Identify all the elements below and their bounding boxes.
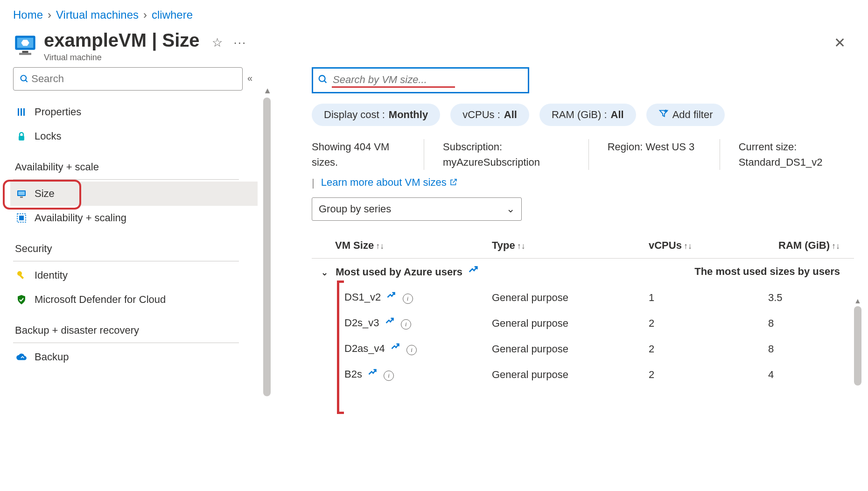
favorite-star-icon[interactable]: ☆: [212, 35, 223, 50]
svg-rect-11: [18, 191, 25, 195]
sidebar: « ▲ Properties Locks Availability + scal…: [0, 67, 274, 484]
trend-up-icon: [391, 342, 400, 353]
vm-vcpus: 2: [645, 362, 764, 387]
add-filter-icon: [658, 108, 669, 121]
pill-value: Monthly: [389, 109, 428, 121]
pill-label: Add filter: [672, 109, 713, 121]
scroll-up-arrow-icon[interactable]: ▲: [263, 86, 272, 96]
sidebar-item-identity[interactable]: Identity: [13, 263, 274, 288]
filter-pill-vcpus[interactable]: vCPUs : All: [450, 104, 529, 126]
shield-icon: [15, 293, 28, 306]
sidebar-item-label: Microsoft Defender for Cloud: [35, 294, 166, 306]
page-header: exampleVM | Size Virtual machine ☆ ··· ✕: [0, 21, 868, 67]
info-icon[interactable]: i: [401, 319, 411, 330]
info-showing: Showing 404 VM sizes.: [312, 139, 424, 170]
filter-pill-ram[interactable]: RAM (GiB) : All: [539, 104, 636, 126]
info-region: Region: West US 3: [589, 139, 720, 170]
info-icon[interactable]: i: [384, 371, 394, 381]
sidebar-item-backup[interactable]: Backup: [13, 345, 274, 369]
info-icon[interactable]: i: [403, 294, 413, 304]
pill-label: vCPUs :: [462, 109, 500, 121]
col-label: VM Size: [335, 239, 374, 251]
learn-more-link[interactable]: Learn more about VM sizes: [321, 176, 458, 189]
table-row[interactable]: B2s i General purpose 2 4: [312, 362, 854, 387]
sidebar-item-locks[interactable]: Locks: [13, 124, 274, 148]
breadcrumb-vm-list[interactable]: Virtual machines: [56, 8, 139, 21]
vm-vcpus: 1: [645, 285, 764, 310]
sidebar-search[interactable]: [13, 67, 243, 91]
table-group-row[interactable]: ⌄ Most used by Azure users The most used…: [312, 259, 854, 285]
vm-type: General purpose: [488, 310, 645, 336]
breadcrumb: Home › Virtual machines › cliwhere: [0, 0, 868, 21]
main-scrollbar-thumb[interactable]: [854, 306, 861, 386]
vm-size-search-input[interactable]: [332, 73, 455, 86]
page-title: exampleVM | Size: [44, 30, 200, 51]
backup-cloud-icon: [15, 351, 28, 364]
group-by-value: Group by series: [319, 203, 391, 215]
sidebar-search-input[interactable]: [30, 72, 238, 85]
trend-up-icon: [368, 367, 377, 379]
svg-rect-6: [18, 108, 19, 116]
vm-size-search[interactable]: [312, 67, 529, 93]
sort-icon: ↑↓: [517, 241, 525, 251]
close-icon[interactable]: ✕: [834, 35, 846, 51]
annotation-bracket: [337, 281, 344, 414]
col-type[interactable]: Type↑↓: [488, 233, 645, 259]
info-icon[interactable]: i: [406, 345, 417, 355]
sidebar-item-size[interactable]: Size: [10, 182, 258, 206]
filter-pill-display-cost[interactable]: Display cost : Monthly: [312, 104, 440, 126]
page-subtitle: Virtual machine: [44, 53, 200, 63]
sidebar-item-label: Backup: [35, 351, 69, 363]
table-row[interactable]: DS1_v2 i General purpose 1 3.5: [312, 285, 854, 310]
breadcrumb-home[interactable]: Home: [13, 8, 43, 21]
vm-size-name: B2s: [344, 368, 362, 380]
search-icon: [318, 74, 328, 87]
group-by-dropdown[interactable]: Group by series ⌄: [312, 197, 522, 221]
add-filter-button[interactable]: Add filter: [646, 104, 725, 126]
col-label: Type: [492, 239, 515, 251]
sidebar-item-label: Identity: [35, 269, 68, 281]
more-options-icon[interactable]: ···: [234, 35, 247, 50]
sort-icon: ↑↓: [832, 241, 840, 251]
sidebar-item-label: Size: [35, 188, 55, 200]
vm-vcpus: 2: [645, 336, 764, 362]
trend-up-icon: [385, 316, 394, 328]
pill-value: All: [611, 109, 624, 121]
pill-value: All: [504, 109, 517, 121]
group-desc: The most used sizes by users: [645, 259, 854, 285]
sidebar-scrollbar-thumb[interactable]: [263, 98, 271, 396]
table-row[interactable]: D2as_v4 i General purpose 2 8: [312, 336, 854, 362]
vm-type: General purpose: [488, 285, 645, 310]
divider-icon: |: [312, 177, 315, 189]
sidebar-item-properties[interactable]: Properties: [13, 100, 274, 124]
vm-size-name: DS1_v2: [344, 291, 381, 303]
col-ram[interactable]: RAM (GiB)↑↓: [764, 233, 854, 259]
chevron-down-icon: ⌄: [321, 268, 328, 277]
svg-rect-2: [22, 51, 28, 53]
sidebar-item-availability-scaling[interactable]: Availability + scaling: [13, 206, 274, 230]
col-vmsize[interactable]: VM Size↑↓: [312, 233, 488, 259]
col-vcpus[interactable]: vCPUs↑↓: [645, 233, 764, 259]
trend-up-icon: [386, 290, 396, 302]
sidebar-group-backup: Backup + disaster recovery: [13, 318, 239, 343]
vm-ram: 3.5: [764, 285, 854, 310]
sidebar-item-label: Availability + scaling: [35, 212, 126, 224]
svg-line-5: [26, 80, 28, 82]
svg-rect-9: [19, 136, 24, 140]
sidebar-item-defender[interactable]: Microsoft Defender for Cloud: [13, 288, 274, 312]
scroll-up-arrow-icon[interactable]: ▲: [854, 297, 861, 305]
col-label: RAM (GiB): [778, 239, 830, 251]
sidebar-group-label: Security: [15, 243, 52, 255]
learn-more-text: Learn more about VM sizes: [321, 176, 447, 188]
availability-scaling-icon: [15, 211, 28, 224]
sidebar-group-label: Availability + scale: [15, 161, 99, 173]
vm-monitor-icon: [13, 33, 37, 57]
sidebar-group-security: Security: [13, 237, 239, 261]
info-summary-row: Showing 404 VM sizes. Subscription: myAz…: [312, 139, 854, 170]
main-scrollbar[interactable]: ▲: [854, 296, 861, 386]
table-row[interactable]: D2s_v3 i General purpose 2 8: [312, 310, 854, 336]
vm-vcpus: 2: [645, 310, 764, 336]
collapse-sidebar-icon[interactable]: «: [247, 73, 252, 84]
breadcrumb-vm-name[interactable]: cliwhere: [152, 8, 193, 21]
sidebar-group-availability: Availability + scale: [13, 155, 239, 180]
